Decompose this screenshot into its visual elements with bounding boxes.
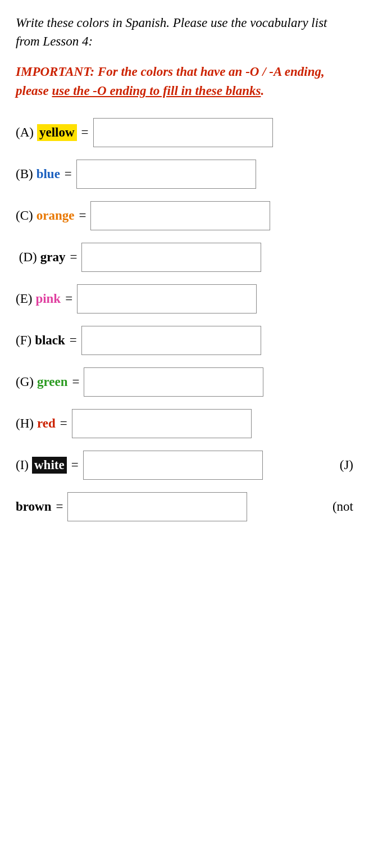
label-e: (E) bbox=[16, 292, 32, 306]
color-row-h: (H) red = bbox=[16, 409, 353, 438]
equals-d: = bbox=[70, 250, 77, 265]
equals-f: = bbox=[70, 333, 77, 348]
color-word-e: pink bbox=[35, 292, 61, 306]
input-d[interactable] bbox=[81, 243, 261, 272]
label-i: (I) bbox=[16, 458, 29, 472]
input-j[interactable] bbox=[67, 492, 247, 521]
equals-i: = bbox=[71, 458, 79, 472]
not-label: (not bbox=[332, 499, 353, 514]
equals-g: = bbox=[72, 375, 79, 389]
important-underline: use the -O ending to fill in these blank… bbox=[52, 84, 261, 98]
color-row-d: (D) gray = bbox=[16, 243, 353, 272]
color-row-a: (A) yellow = bbox=[16, 118, 353, 147]
color-row-g: (G) green = bbox=[16, 367, 353, 397]
equals-e: = bbox=[65, 292, 72, 306]
label-g: (G) bbox=[16, 375, 34, 389]
instructions-text: Write these colors in Spanish. Please us… bbox=[16, 13, 353, 51]
color-word-a: yellow bbox=[37, 124, 77, 141]
equals-h: = bbox=[60, 416, 67, 431]
color-row-e: (E) pink = bbox=[16, 284, 353, 313]
row-i-left: (I) white = bbox=[16, 451, 263, 480]
input-a[interactable] bbox=[93, 118, 273, 147]
j-label: (J) bbox=[340, 458, 353, 472]
color-word-b: blue bbox=[37, 167, 60, 181]
color-word-f: black bbox=[35, 333, 65, 348]
input-c[interactable] bbox=[90, 201, 270, 230]
equals-c: = bbox=[79, 208, 86, 223]
color-row-i: (I) white = (J) bbox=[16, 451, 353, 480]
color-row-b: (B) blue = bbox=[16, 160, 353, 189]
color-word-i: white bbox=[32, 457, 67, 474]
color-row-c: (C) orange = bbox=[16, 201, 353, 230]
input-h[interactable] bbox=[72, 409, 252, 438]
label-d: (D) bbox=[16, 250, 37, 265]
input-i[interactable] bbox=[83, 451, 263, 480]
label-c: (C) bbox=[16, 208, 33, 223]
color-word-c: orange bbox=[37, 208, 75, 223]
color-row-j: brown = (not bbox=[16, 492, 353, 521]
color-word-h: red bbox=[37, 416, 56, 431]
label-b: (B) bbox=[16, 167, 33, 181]
equals-j: = bbox=[56, 499, 63, 514]
color-word-j: brown bbox=[16, 499, 52, 514]
color-word-d: gray bbox=[40, 250, 66, 265]
label-f: (F) bbox=[16, 333, 31, 348]
important-notice: IMPORTANT: For the colors that have an -… bbox=[16, 62, 353, 101]
input-e[interactable] bbox=[77, 284, 257, 313]
label-a: (A) bbox=[16, 125, 34, 140]
row-j-left: brown = bbox=[16, 492, 247, 521]
equals-b: = bbox=[65, 167, 72, 181]
input-g[interactable] bbox=[84, 367, 263, 397]
input-b[interactable] bbox=[76, 160, 256, 189]
color-word-g: green bbox=[37, 375, 68, 389]
equals-a: = bbox=[81, 125, 89, 140]
color-row-f: (F) black = bbox=[16, 326, 353, 355]
input-f[interactable] bbox=[81, 326, 261, 355]
label-h: (H) bbox=[16, 416, 34, 431]
important-period: . bbox=[261, 84, 264, 98]
